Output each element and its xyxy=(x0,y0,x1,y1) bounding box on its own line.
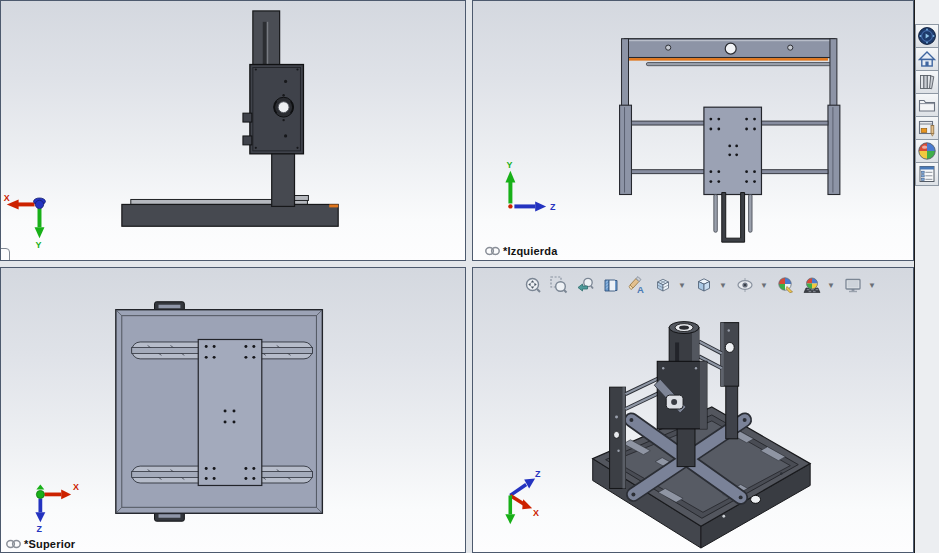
design-library-tab[interactable] xyxy=(915,70,939,94)
zoom-to-fit-icon xyxy=(524,276,542,294)
viewport-superior[interactable]: X Z *Superior xyxy=(0,267,466,553)
solidworks-resources-tab[interactable] xyxy=(915,24,939,48)
view-orientation-label: *Izquierda xyxy=(485,245,558,257)
chain-link-icon xyxy=(6,539,21,549)
view-orientation-dropdown[interactable]: ▼ xyxy=(677,273,687,297)
task-pane-spacer xyxy=(915,0,939,25)
svg-text:Z: Z xyxy=(550,202,556,212)
triad-izquierda: Y Z xyxy=(505,160,556,213)
edit-appearance-icon xyxy=(777,276,795,294)
home-icon xyxy=(917,49,937,69)
view-settings-dropdown[interactable]: ▼ xyxy=(867,273,877,297)
svg-text:Y: Y xyxy=(36,240,42,250)
appearances-sphere-icon xyxy=(917,141,937,161)
zoom-to-area-button[interactable] xyxy=(547,273,571,297)
section-view-icon xyxy=(602,276,620,294)
svg-text:Y: Y xyxy=(506,160,512,170)
custom-properties-icon xyxy=(917,164,937,184)
appearances-scenes-tab[interactable] xyxy=(915,139,939,163)
triad-front: X Y xyxy=(4,193,46,250)
apply-scene-icon xyxy=(803,276,821,294)
hide-show-items-dropdown[interactable]: ▼ xyxy=(759,273,769,297)
heads-up-view-toolbar: A ▼ xyxy=(521,273,880,297)
solidworks-resources-icon xyxy=(917,26,937,46)
file-explorer-tab[interactable] xyxy=(915,93,939,117)
previous-view-icon xyxy=(576,276,594,294)
zoom-to-fit-button[interactable] xyxy=(521,273,545,297)
zoom-to-area-icon xyxy=(550,276,568,294)
solidworks-four-view-workspace: X Y xyxy=(0,0,939,553)
apply-scene-button[interactable] xyxy=(800,273,824,297)
apply-scene-dropdown[interactable]: ▼ xyxy=(826,273,836,297)
view-orientation-label: *Superior xyxy=(6,538,75,550)
viewport-splitter-vertical[interactable] xyxy=(466,0,472,553)
edit-appearance-button[interactable] xyxy=(774,273,798,297)
display-style-dropdown[interactable]: ▼ xyxy=(718,273,728,297)
section-view-button[interactable] xyxy=(599,273,623,297)
view-settings-button[interactable] xyxy=(841,273,865,297)
viewport-splitter-horizontal[interactable] xyxy=(0,261,914,267)
view-settings-icon xyxy=(844,276,862,294)
svg-text:X: X xyxy=(4,193,10,203)
viewport-front[interactable]: X Y xyxy=(0,0,466,261)
view-label-text: *Superior xyxy=(24,538,75,550)
svg-text:A: A xyxy=(637,284,644,294)
clipped-label-fragment xyxy=(0,248,10,261)
izquierda-view-drawing[interactable]: Y Z xyxy=(473,1,913,260)
display-style-button[interactable] xyxy=(692,273,716,297)
chain-link-icon xyxy=(485,246,500,256)
view-palette-icon xyxy=(917,118,937,138)
svg-text:Z: Z xyxy=(36,524,42,534)
view-palette-tab[interactable] xyxy=(915,116,939,140)
svg-text:Z: Z xyxy=(535,469,541,479)
viewport-izquierda[interactable]: Y Z *Izquierda xyxy=(472,0,914,261)
svg-text:X: X xyxy=(73,482,79,492)
custom-properties-tab[interactable] xyxy=(915,162,939,186)
hide-show-items-icon xyxy=(736,276,754,294)
view-orientation-button[interactable] xyxy=(651,273,675,297)
folder-icon xyxy=(917,95,937,115)
triad-isometric: Z X xyxy=(505,469,541,525)
isometric-view-drawing[interactable]: Z X xyxy=(473,268,913,552)
task-pane xyxy=(914,0,939,553)
view-annotations-icon: A xyxy=(628,276,646,294)
triad-superior: X Z xyxy=(35,482,79,534)
front-view-drawing[interactable]: X Y xyxy=(1,1,465,260)
design-library-icon xyxy=(917,72,937,92)
view-label-text: *Izquierda xyxy=(503,245,558,257)
previous-view-button[interactable] xyxy=(573,273,597,297)
home-tab[interactable] xyxy=(915,47,939,71)
svg-text:X: X xyxy=(533,508,539,518)
viewport-isometric[interactable]: Z X xyxy=(472,267,914,553)
display-style-icon xyxy=(695,276,713,294)
view-annotations-button[interactable]: A xyxy=(625,273,649,297)
superior-view-drawing[interactable]: X Z xyxy=(1,268,465,552)
hide-show-items-button[interactable] xyxy=(733,273,757,297)
view-orientation-icon xyxy=(654,276,672,294)
